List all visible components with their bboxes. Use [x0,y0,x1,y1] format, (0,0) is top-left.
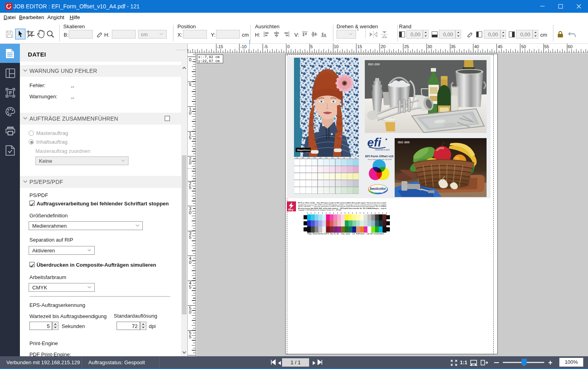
svg-text:15: 15 [343,157,345,159]
svg-text:10: 10 [337,157,339,159]
svg-text:1%: 1% [302,157,304,159]
svg-text:20: 20 [349,157,351,159]
svg-text:bestcolor: bestcolor [370,187,386,191]
svg-text:7%: 7% [331,157,333,159]
svg-text:4%: 4% [319,157,322,159]
svg-text:3%: 3% [313,157,316,159]
svg-text:EFI Form Offset v10 A4 — Fiery: EFI Form Offset v10 A4 — Fiery XF Output… [298,202,386,204]
svg-text:MegaVision: MegaVision [297,149,310,151]
svg-text:reproduction accuracy of ISO 1: reproduction accuracy of ISO 12647-2 bas… [298,204,386,206]
svg-text:fiery: fiery [288,208,294,211]
svg-text:ISO 200: ISO 200 [368,62,380,66]
svg-text:Page: Mona Monza CMYK Visu 2C: Page: Mona Monza CMYK Visu 2C dE Gray: g… [308,233,384,235]
svg-text:EFI Form Offset v10: EFI Form Offset v10 [365,154,393,158]
svg-text:All measurement data D50/2° 45: All measurement data D50/2° 45/0, media … [298,208,386,209]
svg-text:30: 30 [355,157,357,159]
svg-text:2%: 2% [308,157,310,159]
svg-text:technology: technology [373,191,384,193]
svg-text:0.5: 0.5 [296,157,298,159]
svg-text:Copyright © 2009 Electronics f: Copyright © 2009 Electronics for Imaging… [298,209,341,211]
svg-text:essential to print: essential to print [375,148,390,151]
svg-text:ISO 300: ISO 300 [398,141,410,144]
svg-text:(SCID), Lab/CMYK. — Check the: (SCID), Lab/CMYK. — Check the solid patc… [298,206,386,207]
svg-text:5%: 5% [325,157,328,159]
